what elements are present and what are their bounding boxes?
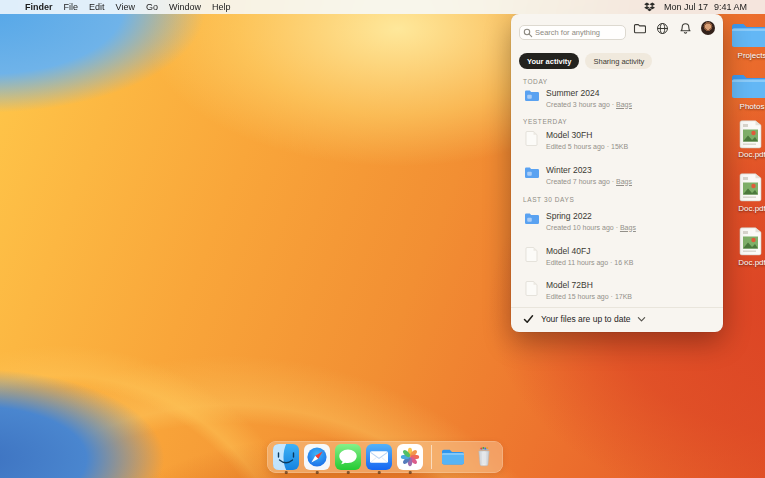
item-meta-link[interactable]: Bags	[620, 224, 636, 231]
section-header-yesterday: YESTERDAY	[523, 118, 567, 125]
folder-icon[interactable]	[632, 21, 646, 35]
globe-icon[interactable]	[655, 21, 669, 35]
running-indicator	[316, 471, 319, 474]
running-indicator	[409, 471, 412, 474]
pdf-file-icon	[739, 227, 762, 256]
chevron-down-icon[interactable]	[637, 315, 646, 323]
dock-finder-icon[interactable]	[273, 444, 299, 470]
dock-mail-icon[interactable]	[366, 444, 392, 470]
sync-status-row[interactable]: Your files are up to date	[523, 314, 713, 324]
section-header-last-30-days: LAST 30 DAYS	[523, 196, 574, 203]
item-meta-link[interactable]: Bags	[616, 178, 632, 185]
running-indicator	[347, 471, 350, 474]
sync-status-label: Your files are up to date	[541, 314, 630, 324]
dropbox-activity-panel: Your activity Sharing activity TODAY Sum…	[511, 14, 723, 332]
search-box	[519, 21, 626, 36]
item-meta: Edited 5 hours ago · 15KB	[546, 143, 628, 150]
panel-header	[519, 20, 715, 36]
desktop-folder-projects[interactable]	[731, 22, 765, 53]
menu-edit[interactable]: Edit	[89, 2, 105, 12]
menu-file[interactable]: File	[64, 2, 79, 12]
dock-downloads-folder-icon[interactable]	[440, 444, 466, 470]
item-meta-text: Edited 11 hours ago · 16 KB	[546, 259, 633, 266]
dropbox-menubar-icon[interactable]	[644, 2, 655, 12]
activity-item[interactable]: Model 72BH Edited 15 hours ago · 17KB	[523, 280, 713, 300]
desktop-label-projects[interactable]: Projects	[727, 51, 765, 60]
menu-view[interactable]: View	[116, 2, 135, 12]
desktop-file-docpdf-2[interactable]	[739, 173, 762, 206]
section-header-today: TODAY	[523, 78, 548, 85]
running-indicator	[285, 471, 288, 474]
shared-folder-icon	[523, 212, 540, 225]
menu-finder[interactable]: Finder	[25, 2, 53, 12]
folder-icon	[731, 22, 765, 49]
menubar-date[interactable]: Mon Jul 17	[664, 2, 708, 12]
item-title: Model 72BH	[546, 280, 632, 290]
activity-item[interactable]: Summer 2024 Created 3 hours ago · Bags	[523, 88, 713, 108]
menu-help[interactable]: Help	[212, 2, 231, 12]
item-meta: Created 10 hours ago · Bags	[546, 224, 636, 231]
item-title: Spring 2022	[546, 211, 636, 221]
dock-divider	[431, 445, 432, 469]
activity-item[interactable]: Spring 2022 Created 10 hours ago · Bags	[523, 211, 713, 231]
file-icon	[523, 131, 540, 146]
item-meta-text: Created 3 hours ago ·	[546, 101, 616, 108]
item-meta-text: Created 10 hours ago ·	[546, 224, 620, 231]
activity-item[interactable]: Winter 2023 Created 7 hours ago · Bags	[523, 165, 713, 185]
item-meta: Edited 15 hours ago · 17KB	[546, 293, 632, 300]
desktop-label-docpdf-3[interactable]: Doc.pdf	[727, 258, 765, 267]
dock-trash-icon[interactable]	[471, 444, 497, 470]
shared-folder-icon	[523, 166, 540, 179]
check-icon	[523, 314, 534, 324]
item-meta: Created 7 hours ago · Bags	[546, 178, 632, 185]
bell-icon[interactable]	[678, 21, 692, 35]
file-icon	[523, 281, 540, 296]
menu-bar: Finder File Edit View Go Window Help Mon…	[0, 0, 765, 14]
item-meta-text: Created 7 hours ago ·	[546, 178, 616, 185]
shared-folder-icon	[523, 89, 540, 102]
footer-divider	[511, 307, 723, 308]
search-input[interactable]	[519, 25, 626, 40]
item-title: Model 30FH	[546, 130, 628, 140]
item-title: Winter 2023	[546, 165, 632, 175]
desktop-label-docpdf-1[interactable]: Doc.pdf	[727, 150, 765, 159]
running-indicator	[378, 471, 381, 474]
item-meta: Edited 11 hours ago · 16 KB	[546, 259, 633, 266]
item-meta: Created 3 hours ago · Bags	[546, 101, 632, 108]
tab-your-activity[interactable]: Your activity	[519, 53, 579, 69]
activity-tabs: Your activity Sharing activity	[519, 53, 652, 69]
dock	[267, 441, 503, 473]
dock-safari-icon[interactable]	[304, 444, 330, 470]
menu-window[interactable]: Window	[169, 2, 201, 12]
activity-item[interactable]: Model 40FJ Edited 11 hours ago · 16 KB	[523, 246, 713, 266]
desktop-folder-photos[interactable]	[731, 73, 765, 104]
file-icon	[523, 247, 540, 262]
menu-go[interactable]: Go	[146, 2, 158, 12]
item-title: Model 40FJ	[546, 246, 633, 256]
pdf-file-icon	[739, 120, 762, 149]
activity-item[interactable]: Model 30FH Edited 5 hours ago · 15KB	[523, 130, 713, 150]
desktop-label-docpdf-2[interactable]: Doc.pdf	[727, 204, 765, 213]
folder-icon	[731, 73, 765, 100]
pdf-file-icon	[739, 173, 762, 202]
desktop-icon-column: Projects Photos Doc.pdf	[725, 0, 765, 478]
desktop-file-docpdf-1[interactable]	[739, 120, 762, 153]
item-title: Summer 2024	[546, 88, 632, 98]
desktop-file-docpdf-3[interactable]	[739, 227, 762, 260]
item-meta-text: Edited 15 hours ago · 17KB	[546, 293, 632, 300]
item-meta-link[interactable]: Bags	[616, 101, 632, 108]
item-meta-text: Edited 5 hours ago · 15KB	[546, 143, 628, 150]
tab-sharing-activity[interactable]: Sharing activity	[585, 53, 652, 69]
menubar-time[interactable]: 9:41 AM	[714, 2, 747, 12]
desktop-label-photos[interactable]: Photos	[727, 102, 765, 111]
search-icon	[523, 24, 533, 42]
dock-messages-icon[interactable]	[335, 444, 361, 470]
dock-photos-icon[interactable]	[397, 444, 423, 470]
avatar[interactable]	[701, 21, 715, 35]
